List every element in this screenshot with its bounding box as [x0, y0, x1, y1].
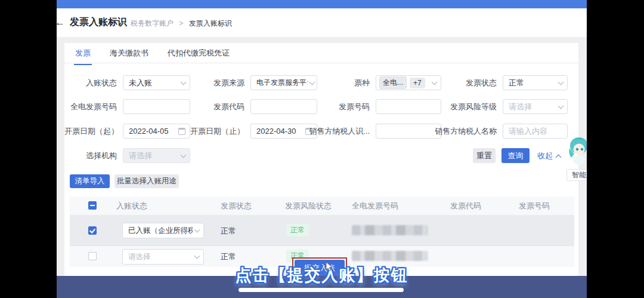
tab-customs-payment[interactable]: 海关缴款书	[109, 43, 150, 64]
invoice-status-cell: 正常	[221, 251, 236, 262]
app-window: ← 发票入账标识 税务数字账户 > 发票入账标识 发票 海关缴款书 代扣代缴完税…	[57, 0, 587, 298]
collapse-label: 收起	[537, 150, 553, 161]
invoice-status-cell: 正常	[221, 226, 236, 236]
filter-row-4: 选择机构 请选择 重置 查询 收起	[64, 148, 578, 163]
query-button[interactable]: 查询	[501, 148, 530, 163]
chevron-down-icon	[194, 253, 200, 259]
entry-purpose-placeholder: 请选择	[128, 252, 193, 262]
col-invoice-no: 发票号码	[519, 196, 550, 215]
invoice-code-label: 发票代码	[142, 99, 244, 114]
risk-level-label: 发票风险等级	[392, 99, 497, 114]
chevron-down-icon	[181, 152, 187, 158]
filter-row-2: 全电发票号码 发票代码 发票号码 发票风险等级 请选择	[64, 99, 578, 114]
select-all-checkbox[interactable]	[88, 201, 97, 210]
invoice-status-value: 正常	[509, 78, 556, 88]
org-select[interactable]: 请选择	[123, 148, 190, 163]
row-checkbox[interactable]	[88, 252, 97, 260]
tab-invoice[interactable]: 发票	[74, 43, 92, 65]
reset-button[interactable]: 重置	[473, 148, 496, 163]
batch-select-button[interactable]: 批量选择入账用途	[114, 174, 179, 188]
col-risk-status: 发票风险状态	[285, 196, 332, 215]
org-label: 选择机构	[64, 148, 117, 163]
page-header: ← 发票入账标识 税务数字账户 > 发票入账标识	[57, 8, 587, 37]
collapse-link[interactable]: 收起	[537, 150, 561, 161]
invoice-status-select[interactable]: 正常	[503, 75, 568, 90]
assistant-label[interactable]: 智能	[566, 169, 587, 181]
table-header-row: 入账状态 发票状态 发票风险状态 全电发票号码 发票代码 发票号码	[70, 196, 574, 215]
page-title: 发票入账标识	[70, 16, 127, 29]
table-row: 已入账（企业所得税... 正常 正常	[70, 215, 574, 246]
tab-withholding-certificate[interactable]: 代扣代缴完税凭证	[166, 43, 231, 64]
entry-purpose-select[interactable]: 已入账（企业所得税...	[122, 223, 204, 238]
seller-name-input[interactable]	[509, 127, 563, 136]
col-invoice-status: 发票状态	[221, 196, 252, 215]
chevron-down-icon	[194, 227, 200, 233]
entry-status-label: 入账状态	[64, 75, 117, 90]
assistant-avatar[interactable]	[567, 136, 587, 173]
seller-name-field[interactable]	[503, 124, 568, 139]
chevron-down-icon	[558, 79, 564, 85]
digital-invoice-no-label: 全电发票号码	[64, 99, 117, 114]
col-invoice-code: 发票代码	[450, 196, 481, 215]
tab-bar: 发票 海关缴款书 代扣代缴完税凭证	[64, 43, 578, 63]
browser-top-bar	[57, 0, 587, 8]
progress-indicator	[239, 288, 404, 292]
redacted-digital-invoice-number	[352, 225, 428, 235]
invoice-status-label: 发票状态	[392, 75, 497, 90]
row-checkbox[interactable]	[88, 226, 97, 235]
date-start-label: 开票日期（起）	[64, 124, 117, 139]
cursor-icon	[325, 262, 333, 274]
seller-name-label: 销售方纳税人名称	[392, 124, 497, 139]
main-panel: 发票 海关缴款书 代扣代缴完税凭证 入账状态 未入账 发票来源 电子发票服务平台…	[64, 43, 578, 276]
org-placeholder: 请选择	[129, 150, 179, 161]
entry-purpose-select[interactable]: 请选择	[122, 249, 204, 265]
breadcrumb-current: 发票入账标识	[189, 19, 232, 27]
risk-status-badge: 正常	[286, 224, 309, 236]
seller-tax-id-label: 销售方纳税人识...	[267, 124, 370, 139]
back-arrow-icon[interactable]: ←	[57, 16, 68, 30]
invoice-table: 入账状态 发票状态 发票风险状态 全电发票号码 发票代码 发票号码 已入账（企业…	[70, 196, 574, 267]
import-list-button[interactable]: 清单导入	[70, 174, 110, 188]
filter-row-1: 入账状态 未入账 发票来源 电子发票服务平台 票种 全电... +7 发票状态 …	[64, 75, 578, 90]
tutorial-caption: 点击【提交入账】按钮	[57, 265, 587, 286]
col-entry-status: 入账状态	[116, 196, 147, 215]
invoice-no-label: 发票号码	[267, 99, 370, 114]
date-end-label: 开票日期（止）	[142, 124, 244, 139]
invoice-source-label: 发票来源	[142, 75, 244, 90]
redacted-digital-invoice-number	[352, 251, 428, 261]
breadcrumb-root[interactable]: 税务数字账户	[131, 19, 174, 27]
filter-row-3: 开票日期（起） 2022-04-05 开票日期（止） 2022-04-30 销售…	[64, 124, 578, 139]
risk-level-select[interactable]: 请选择	[503, 99, 568, 114]
entry-purpose-value: 已入账（企业所得税...	[128, 226, 193, 236]
chevron-down-icon	[558, 103, 564, 109]
col-digital-no: 全电发票号码	[352, 196, 398, 215]
ticket-type-label: 票种	[267, 75, 370, 90]
risk-level-placeholder: 请选择	[509, 102, 556, 112]
chevron-up-icon	[556, 154, 562, 160]
breadcrumb: 税务数字账户 > 发票入账标识	[131, 19, 232, 29]
breadcrumb-separator-icon: >	[179, 19, 183, 27]
